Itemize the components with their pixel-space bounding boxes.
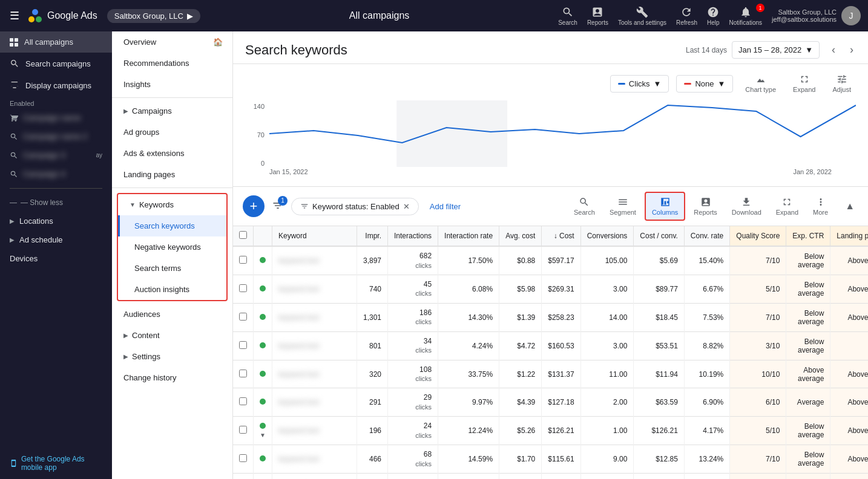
sidebar-search-campaigns[interactable]: Search campaigns xyxy=(0,53,112,74)
toolbar-segment-btn[interactable]: Segment xyxy=(603,193,642,220)
th-conv-rate[interactable]: Conv. rate xyxy=(684,226,729,246)
th-keyword[interactable]: Keyword xyxy=(272,226,357,246)
row-conversions-2: 14.00 xyxy=(580,303,634,331)
chart-expand-btn[interactable]: Expand xyxy=(788,71,820,96)
th-landing-page[interactable]: Landing page exp. xyxy=(830,226,868,246)
row-checkbox-2[interactable] xyxy=(239,313,247,321)
sidebar-ad-schedule[interactable]: ▶ Ad schedule xyxy=(0,230,112,249)
sidebar-campaign-2[interactable]: Campaign name 2 xyxy=(0,127,112,146)
add-button[interactable]: + xyxy=(243,195,265,217)
devices-label: Devices xyxy=(10,254,38,263)
nav-search-keywords[interactable]: Search keywords xyxy=(118,215,226,236)
th-cost-conv[interactable]: Cost / conv. xyxy=(634,226,684,246)
row-landing-4: Above average xyxy=(830,360,868,388)
logo-text: Google Ads xyxy=(47,10,97,21)
sidebar-campaign-3[interactable]: Campaign 3 ay xyxy=(0,146,112,165)
th-conversions[interactable]: Conversions xyxy=(580,226,634,246)
chart-dates: Jan 15, 2022 Jan 28, 2022 xyxy=(245,167,856,175)
auction-insights-label: Auction insights xyxy=(134,285,189,294)
row-checkbox-6[interactable] xyxy=(239,426,247,434)
sidebar-devices[interactable]: Devices xyxy=(0,249,112,268)
nav-keywords[interactable]: ▼ Keywords xyxy=(118,194,226,215)
audiences-label: Audiences xyxy=(123,310,160,319)
prev-date-btn[interactable]: ‹ xyxy=(829,41,838,59)
nav-ads[interactable]: Ads & extensions xyxy=(112,143,232,164)
row-checkbox-1[interactable] xyxy=(239,284,247,292)
show-less-btn[interactable]: — — Show less xyxy=(0,194,112,212)
nav-overview[interactable]: Overview 🏠 xyxy=(112,31,232,53)
keyword-status-filter[interactable]: Keyword status: Enabled ✕ xyxy=(291,198,419,215)
select-all-checkbox[interactable] xyxy=(239,231,247,239)
tools-action[interactable]: Tools and settings xyxy=(618,6,666,26)
th-cost[interactable]: ↓ Cost xyxy=(542,226,580,246)
sidebar-display-campaigns[interactable]: Display campaigns xyxy=(0,74,112,96)
dropdown-arrow[interactable]: ▼ xyxy=(260,432,266,438)
notifications-action[interactable]: 1 Notifications xyxy=(729,6,762,26)
toolbar-download-btn[interactable]: Download xyxy=(726,193,768,220)
nav-recommendations[interactable]: Recommendations xyxy=(112,53,232,74)
nav-landing[interactable]: Landing pages xyxy=(112,164,232,185)
grid-icon xyxy=(10,38,18,47)
toolbar-reports-btn[interactable]: Reports xyxy=(688,193,723,220)
toolbar-expand-btn[interactable]: Expand xyxy=(770,193,804,220)
account-selector[interactable]: Saltbox Group, LLC ▶ xyxy=(107,9,200,23)
account-name: Saltbox Group, LLC xyxy=(114,11,183,21)
nav-content[interactable]: ▶ Content xyxy=(112,325,232,346)
date-range-picker[interactable]: Jan 15 – 28, 2022 ▼ xyxy=(732,41,820,59)
nav-settings[interactable]: ▶ Settings xyxy=(112,346,232,367)
row-checkbox-4[interactable] xyxy=(239,370,247,377)
mobile-app-link[interactable]: Get the Google Ads mobile app xyxy=(10,455,102,472)
toolbar-expand-label: Expand xyxy=(776,209,798,216)
metric-2-btn[interactable]: None ▼ xyxy=(676,75,733,93)
row-checkbox-5[interactable] xyxy=(239,397,247,405)
th-quality-score[interactable]: Quality Score xyxy=(730,226,786,246)
y-label-140: 140 xyxy=(245,103,265,110)
toolbar-more-btn[interactable]: More xyxy=(807,193,834,220)
row-impr-8: 118 xyxy=(357,474,388,479)
nav-auction-insights[interactable]: Auction insights xyxy=(118,279,226,300)
row-checkbox-7[interactable] xyxy=(239,454,247,462)
nav-change-history[interactable]: Change history xyxy=(112,367,232,388)
nav-campaigns[interactable]: ▶ Campaigns xyxy=(112,100,232,122)
table-row: keyword text 118 26clicks 22.03% $4.15 $… xyxy=(233,474,868,479)
search-campaigns-label: Search campaigns xyxy=(25,59,91,68)
nav-search-terms[interactable]: Search terms xyxy=(118,258,226,279)
nav-adgroups[interactable]: Ad groups xyxy=(112,122,232,143)
sidebar-campaign-4[interactable]: Campaign 4 xyxy=(0,165,112,183)
help-action[interactable]: Help xyxy=(707,6,720,26)
th-exp-ctr[interactable]: Exp. CTR xyxy=(786,226,830,246)
add-filter-btn[interactable]: Add filter xyxy=(426,198,464,215)
reports-action[interactable]: Reports xyxy=(587,6,608,26)
nav-negative-keywords[interactable]: Negative keywords xyxy=(118,236,226,258)
sidebar-campaign-1[interactable]: Campaign name xyxy=(0,108,112,127)
user-info[interactable]: Saltbox Group, LLC jeff@saltbox.solution… xyxy=(772,6,861,25)
nav-audiences[interactable]: Audiences xyxy=(112,304,232,325)
sidebar-locations[interactable]: ▶ Locations xyxy=(0,212,112,230)
th-interaction-rate[interactable]: Interaction rate xyxy=(438,226,499,246)
toolbar-search-btn[interactable]: Search xyxy=(568,193,601,220)
th-impr[interactable]: Impr. xyxy=(357,226,388,246)
row-checkbox-3[interactable] xyxy=(239,341,247,349)
refresh-action[interactable]: Refresh xyxy=(676,6,697,26)
row-exp-ctr-8: Below average xyxy=(786,474,830,479)
top-navigation: ☰ Google Ads Saltbox Group, LLC ▶ All ca… xyxy=(0,0,868,31)
th-avg-cost[interactable]: Avg. cost xyxy=(499,226,542,246)
next-date-btn[interactable]: › xyxy=(847,41,856,59)
reports-label: Reports xyxy=(587,19,608,26)
nav-insights[interactable]: Insights xyxy=(112,74,232,95)
metric-1-btn[interactable]: Clicks ▼ xyxy=(610,75,669,93)
row-checkbox-0[interactable] xyxy=(239,256,247,264)
th-interactions[interactable]: Interactions xyxy=(388,226,438,246)
chart-adjust-btn[interactable]: Adjust xyxy=(827,71,856,96)
row-quality-5: 6/10 xyxy=(730,388,786,417)
search-small-icon-3 xyxy=(10,170,18,178)
content-label: Content xyxy=(132,331,160,340)
collapse-table-btn[interactable]: ▲ xyxy=(841,197,858,215)
hamburger-menu[interactable]: ☰ xyxy=(7,7,22,25)
sidebar-all-campaigns[interactable]: All campaigns xyxy=(0,31,112,53)
row-checkbox-cell xyxy=(233,303,254,331)
row-conversions-1: 3.00 xyxy=(580,275,634,303)
chart-type-btn[interactable]: Chart type xyxy=(740,71,781,96)
toolbar-columns-btn[interactable]: Columns xyxy=(645,192,685,221)
search-action[interactable]: Search xyxy=(558,6,577,26)
